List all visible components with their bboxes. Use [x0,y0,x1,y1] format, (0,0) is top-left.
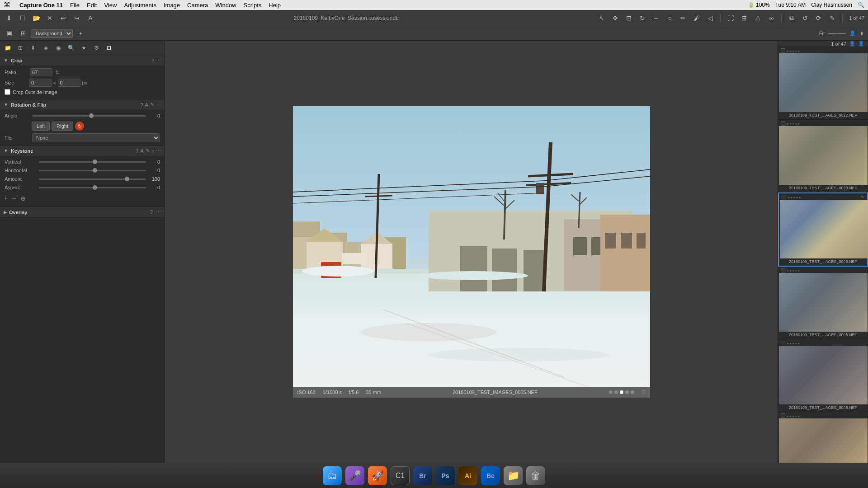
thumb2-check[interactable] [781,121,785,126]
tool-brush[interactable]: 🖌 [691,13,702,23]
ks-amount-thumb[interactable] [125,177,129,181]
crop-outside-checkbox[interactable] [5,89,10,95]
tool-circle[interactable]: ○ [664,13,675,23]
keystone-edit-icon[interactable]: ✎ [146,148,150,154]
thumbnail-item-2[interactable]: ● ● ● ● ● 20180109_TEST_...AGES_0039.NEF [778,120,868,192]
new-btn[interactable]: ☐ [17,13,28,23]
flip-select[interactable]: None [32,133,160,142]
crop-reset-icon[interactable]: ⋯ [156,57,161,63]
close-btn[interactable]: ✕ [44,13,55,23]
ks-mode-1-icon[interactable]: ⊦ [5,195,8,202]
background-select[interactable]: Background [31,29,73,38]
panel-icon-import[interactable]: ⬇ [28,43,38,53]
ratio-up-down[interactable]: ⇅ [55,70,59,75]
rotate-right-btn[interactable]: Right [52,122,73,131]
person-icon[interactable]: 👤 [849,30,856,36]
menu-file[interactable]: File [70,2,80,9]
keystone-question-icon[interactable]: ? [136,148,138,154]
keystone-section-header[interactable]: ▼ Keystone ? A ✎ ≡ ⋯ [0,145,165,156]
expand-icon[interactable]: ⊡ [642,389,646,395]
copy-btn[interactable]: ⧉ [786,13,797,23]
thumb3-check[interactable] [782,195,786,199]
menu-image[interactable]: Image [164,2,180,9]
ks-vertical-slider[interactable] [39,159,146,165]
tool-ruler[interactable]: ⊢ [651,13,661,23]
rotate-left-btn[interactable]: Left [32,122,50,131]
search-icon[interactable]: 🔍 [858,2,864,8]
size-w-input[interactable] [29,79,52,87]
tool-move[interactable]: ✥ [610,13,621,23]
undo-btn[interactable]: ↩ [58,13,69,23]
single-view-btn[interactable]: ▣ [4,28,15,38]
dock-folder-icon[interactable]: 📁 [504,466,523,485]
app-name[interactable]: Capture One 11 [19,2,63,9]
menu-help[interactable]: Help [269,2,281,9]
warning-btn[interactable]: ⚠ [752,13,763,23]
dock-trash-icon[interactable]: 🗑 [526,466,545,485]
keystone-a-icon[interactable]: A [140,148,143,154]
export-btn[interactable]: ⬇ [4,13,14,23]
rotation-edit-icon[interactable]: ✎ [150,102,154,108]
size-h-input[interactable] [58,79,80,87]
fullscreen-btn[interactable]: ⛶ [725,13,736,23]
keystone-more-icon[interactable]: ⋯ [156,148,161,154]
edit-btn[interactable]: ✎ [827,13,838,23]
dock-launchpad-icon[interactable]: 🚀 [368,466,387,485]
overlay-section-header[interactable]: ▶ Overlay ? ⋯ [0,207,165,217]
ks-aspect-thumb[interactable] [93,185,97,190]
panel-icon-metadata[interactable]: ◉ [53,43,63,53]
thumb1-check[interactable] [781,48,785,53]
ks-amount-slider[interactable] [39,176,146,182]
keystone-list-icon[interactable]: ≡ [151,148,154,154]
right-panel-user-icon[interactable]: 👤 [858,41,864,47]
thumb4-check[interactable] [781,268,785,272]
zoom-slider[interactable]: ───── [828,31,846,36]
menu-window[interactable]: Window [215,2,236,9]
panel-icon-grid[interactable]: ⊞ [15,43,25,53]
crop-question-icon[interactable]: ? [151,58,154,63]
thumbnail-item-6[interactable]: ● ● ● ● ● 20180109_TEST_...AGES_0007.NEF [778,412,868,463]
dock-finder-icon[interactable]: 🗂 [323,466,342,485]
angle-slider[interactable] [32,113,146,119]
thumbnail-item-1[interactable]: ● ● ● ● ● 20180109_TEST_...AGES_0022.NEF [778,47,868,120]
rotation-section-header[interactable]: ▼ Rotation & Flip ? A ✎ ⋯ [0,99,165,110]
ks-horizontal-slider[interactable] [39,167,146,174]
crop-section-header[interactable]: ▼ Crop ? ⋯ [0,55,165,66]
tool-rotate[interactable]: ↻ [637,13,648,23]
ks-mode-2-icon[interactable]: ⊣ [11,195,17,202]
rotation-circle-btn[interactable]: ↻ [75,122,84,131]
redo-btn[interactable]: ↪ [71,13,82,23]
panel-icon-search[interactable]: 🔍 [66,43,76,53]
thumbnail-item-4[interactable]: ● ● ● ● ● 20180109_TEST_...AGES_0005.NEF [778,267,868,339]
thumbnail-item-3[interactable]: ● ● ● ● ● ✎ 20180109_TEST_...AGES_0005.N… [778,192,868,267]
open-btn[interactable]: 📂 [31,13,42,23]
add-view-btn[interactable]: ＋ [75,28,86,38]
menu-adjustments[interactable]: Adjustments [124,2,156,9]
panel-icon-filters[interactable]: ◈ [41,43,51,53]
menu-scripts[interactable]: Scripts [244,2,262,9]
text-btn[interactable]: A [85,13,96,23]
right-panel-person-icon[interactable]: 👤 [849,41,855,47]
dock-ai-icon[interactable]: Ai [458,466,477,485]
dock-capture-icon[interactable]: C1 [391,466,410,485]
pause-icon[interactable]: ⏸ [859,31,864,36]
link-btn[interactable]: ∞ [766,13,777,23]
tool-crop[interactable]: ⊡ [623,13,634,23]
angle-slider-thumb[interactable] [89,113,94,118]
thumbnail-item-5[interactable]: ● ● ● ● ● 20180109_TEST_...AGES_0006.NEF [778,339,868,412]
ks-vertical-thumb[interactable] [93,160,97,164]
tool-select[interactable]: ↖ [596,13,607,23]
rotation-more-icon[interactable]: ⋯ [156,102,161,108]
menu-edit[interactable]: Edit [87,2,97,9]
panel-icon-crop[interactable]: ⊡ [104,43,114,53]
apple-logo[interactable]: ⌘ [4,1,10,9]
ratio-input[interactable] [30,68,52,76]
overlay-question-icon[interactable]: ? [150,209,153,215]
sync-btn[interactable]: ⟳ [813,13,824,23]
ks-horizontal-thumb[interactable] [93,168,97,173]
ks-mode-3-icon[interactable]: ⊕ [20,195,26,202]
dock-behance-icon[interactable]: Be [481,466,500,485]
dock-bridge-icon[interactable]: Br [413,466,432,485]
thumb5-check[interactable] [781,341,785,345]
dock-siri-icon[interactable]: 🎤 [345,466,364,485]
